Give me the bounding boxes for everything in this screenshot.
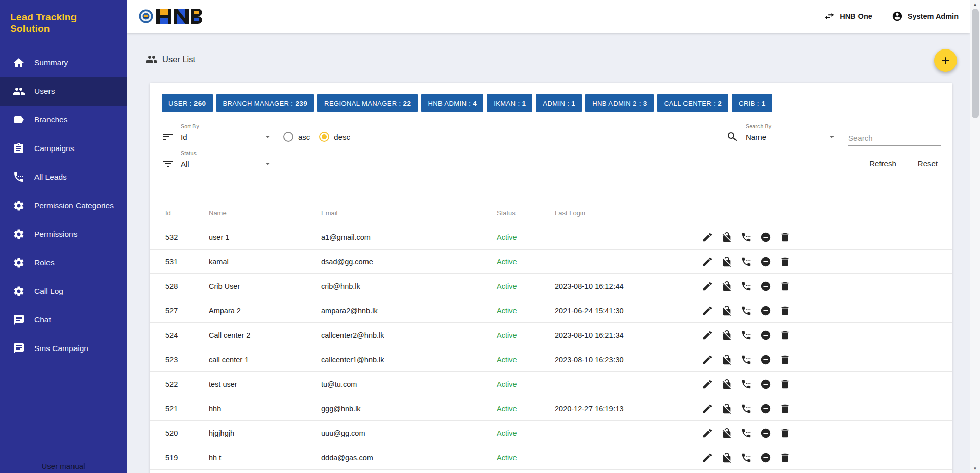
do-not-disturb-on-icon[interactable] [760, 452, 771, 463]
cell-email: callcenter1@hnb.lk [321, 356, 497, 364]
settings-phone-icon[interactable] [741, 452, 752, 463]
edit-icon[interactable] [702, 232, 713, 243]
role-chip-ikman[interactable]: IKMAN : 1 [487, 94, 532, 112]
edit-icon[interactable] [702, 403, 713, 414]
no-encryption-icon[interactable] [721, 452, 732, 463]
role-chip-branch-manager[interactable]: BRANCH MANAGER : 239 [216, 94, 314, 112]
refresh-button[interactable]: Refresh [866, 155, 899, 172]
sidebar-item-label: Roles [34, 258, 55, 267]
edit-icon[interactable] [702, 305, 713, 316]
settings-phone-icon [13, 171, 25, 183]
scroll-down-button[interactable]: ▼ [970, 464, 980, 473]
role-chip-hnb-admin[interactable]: HNB ADMIN : 4 [421, 94, 483, 112]
no-encryption-icon[interactable] [721, 232, 732, 243]
sidebar-item-campaigns[interactable]: Campaigns [0, 134, 127, 163]
cell-name: hhh [209, 405, 321, 413]
sidebar-item-summary[interactable]: Summary [0, 48, 127, 77]
delete-icon[interactable] [779, 354, 791, 365]
do-not-disturb-on-icon[interactable] [760, 379, 771, 390]
delete-icon[interactable] [779, 428, 791, 439]
sidebar-item-call-log[interactable]: Call Log [0, 277, 127, 306]
sidebar-item-sms-campaign[interactable]: Sms Campaign [0, 334, 127, 363]
sidebar-item-chat[interactable]: Chat [0, 306, 127, 334]
edit-icon[interactable] [702, 330, 713, 341]
role-chip-hnb-admin-2[interactable]: HNB ADMIN 2 : 3 [585, 94, 653, 112]
vertical-scrollbar[interactable]: ▲ ▼ [970, 0, 980, 473]
hnb-logo[interactable] [138, 5, 202, 28]
cell-id: 519 [165, 454, 209, 462]
do-not-disturb-on-icon[interactable] [760, 428, 771, 439]
user-manual-link[interactable]: User manual [0, 462, 127, 470]
edit-icon[interactable] [702, 428, 713, 439]
add-user-button[interactable]: + [934, 49, 957, 72]
delete-icon[interactable] [779, 232, 791, 243]
app-title: Lead Tracking Solution [0, 0, 127, 43]
settings-phone-icon[interactable] [741, 403, 752, 414]
search-by-select[interactable]: Search By Name [746, 123, 837, 145]
no-encryption-icon[interactable] [721, 281, 732, 292]
no-encryption-icon[interactable] [721, 305, 732, 316]
delete-icon[interactable] [779, 305, 791, 316]
edit-icon[interactable] [702, 281, 713, 292]
role-chip-call-center[interactable]: CALL CENTER : 2 [657, 94, 728, 112]
scrollbar-thumb[interactable] [972, 9, 979, 118]
delete-icon[interactable] [779, 256, 791, 267]
settings-phone-icon[interactable] [741, 428, 752, 439]
radio-asc-label: asc [298, 133, 310, 141]
cell-email: tu@tu.com [321, 380, 497, 388]
settings-phone-icon[interactable] [741, 354, 752, 365]
do-not-disturb-on-icon[interactable] [760, 354, 771, 365]
scroll-up-button[interactable]: ▲ [970, 0, 980, 9]
do-not-disturb-on-icon[interactable] [760, 330, 771, 341]
cell-status: Active [497, 356, 555, 364]
workspace-switcher[interactable]: HNB One [824, 11, 872, 22]
do-not-disturb-on-icon[interactable] [760, 256, 771, 267]
radio-desc[interactable] [319, 132, 329, 142]
do-not-disturb-on-icon[interactable] [760, 403, 771, 414]
delete-icon[interactable] [779, 379, 791, 390]
sidebar-item-all-leads[interactable]: All Leads [0, 163, 127, 191]
settings-phone-icon[interactable] [741, 305, 752, 316]
edit-icon[interactable] [702, 452, 713, 463]
settings-phone-icon[interactable] [741, 232, 752, 243]
cell-status: Active [497, 282, 555, 290]
edit-icon[interactable] [702, 354, 713, 365]
reset-button[interactable]: Reset [915, 155, 941, 172]
sidebar-item-roles[interactable]: Roles [0, 248, 127, 277]
do-not-disturb-on-icon[interactable] [760, 232, 771, 243]
do-not-disturb-on-icon[interactable] [760, 305, 771, 316]
role-chip-admin[interactable]: ADMIN : 1 [536, 94, 582, 112]
no-encryption-icon[interactable] [721, 354, 732, 365]
role-chip-user[interactable]: USER : 260 [162, 94, 213, 112]
row-actions [696, 354, 797, 365]
no-encryption-icon[interactable] [721, 256, 732, 267]
radio-asc[interactable] [283, 132, 293, 142]
settings-phone-icon[interactable] [741, 330, 752, 341]
settings-phone-icon[interactable] [741, 281, 752, 292]
sidebar-item-label: Permissions [34, 230, 77, 239]
no-encryption-icon[interactable] [721, 403, 732, 414]
sidebar-item-permission-categories[interactable]: Permission Categories [0, 191, 127, 220]
status-select[interactable]: Status All [181, 150, 273, 172]
search-input[interactable] [848, 131, 941, 146]
no-encryption-icon[interactable] [721, 379, 732, 390]
edit-icon[interactable] [702, 379, 713, 390]
no-encryption-icon[interactable] [721, 428, 732, 439]
edit-icon[interactable] [702, 256, 713, 267]
delete-icon[interactable] [779, 330, 791, 341]
settings-phone-icon[interactable] [741, 256, 752, 267]
role-chip-crib[interactable]: CRIB : 1 [732, 94, 772, 112]
do-not-disturb-on-icon[interactable] [760, 281, 771, 292]
delete-icon[interactable] [779, 403, 791, 414]
sidebar-item-branches[interactable]: Branches [0, 106, 127, 134]
delete-icon[interactable] [779, 281, 791, 292]
sidebar-item-users[interactable]: Users [0, 77, 127, 106]
delete-icon[interactable] [779, 452, 791, 463]
sidebar-item-permissions[interactable]: Permissions [0, 220, 127, 248]
account-menu[interactable]: System Admin [892, 11, 959, 22]
sort-by-select[interactable]: Sort By Id [181, 123, 273, 145]
role-chip-label: IKMAN : [494, 99, 522, 107]
settings-phone-icon[interactable] [741, 379, 752, 390]
no-encryption-icon[interactable] [721, 330, 732, 341]
role-chip-regional-manager[interactable]: REGIONAL MANAGER : 22 [317, 94, 418, 112]
